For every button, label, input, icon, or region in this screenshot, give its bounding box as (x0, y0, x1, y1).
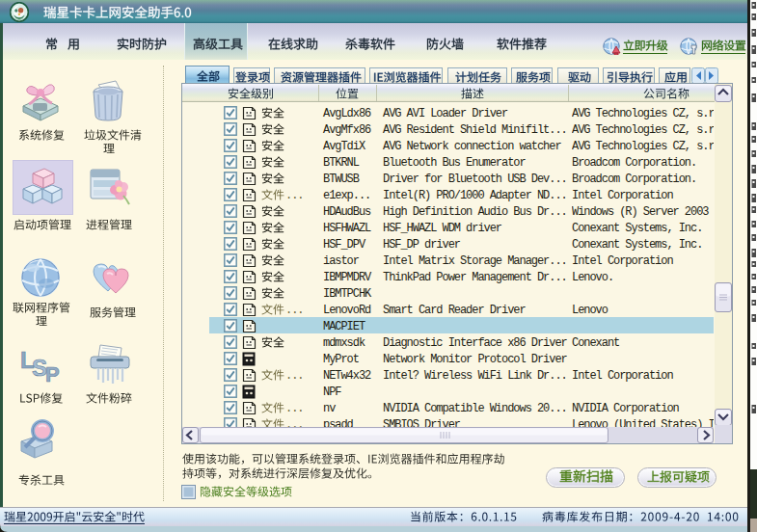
svg-text:P: P (45, 362, 60, 386)
